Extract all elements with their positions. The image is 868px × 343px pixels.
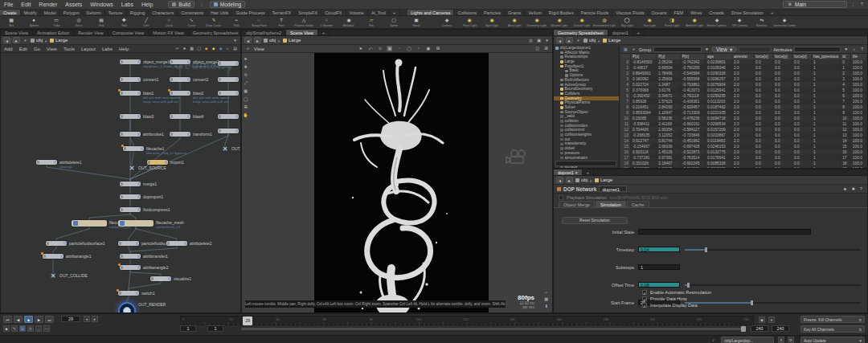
netmenu-edit[interactable]: Edit [16,47,31,51]
tool-sun-light[interactable]: ◉Sun Light [638,16,661,29]
netmenu-view[interactable]: View [43,47,60,51]
path-root[interactable]: obj [575,178,588,182]
template-flag[interactable] [219,78,221,81]
forward-arrow-button[interactable]: ► [254,37,261,43]
main-radialmenu-selector[interactable]: ≣ Main [783,1,847,8]
display-flag[interactable] [187,60,190,63]
shelf-tab-terrainfx[interactable]: TerrainFX [268,10,295,15]
tool-tube[interactable]: ▭Tube [45,16,68,29]
menu-assets[interactable]: Assets [61,0,86,10]
folder-tab-simulation[interactable]: Simulation [596,201,626,207]
node-name-field[interactable]: dopnet1 [599,186,627,192]
viewport-tool-icon-1[interactable]: ⤺ [367,46,373,51]
node-bound1[interactable] [218,77,239,82]
template-flag[interactable] [219,92,221,95]
display-flag[interactable] [187,115,190,118]
template-flag[interactable] [219,115,221,118]
display-flag[interactable] [137,208,140,211]
param-value-field[interactable]: 0.04 [638,247,680,252]
pane-tab-dopnet1[interactable]: dopnet1 [608,30,633,35]
param-checkbox[interactable]: ✓ [642,290,647,295]
template-flag[interactable] [151,277,154,280]
menu-help[interactable]: Help [137,0,157,10]
key-all-channels-button[interactable]: Key All Channels≡ [800,325,865,333]
tool-vr-camera[interactable]: ◆VR Camera [728,16,751,29]
path-root[interactable]: obj [31,38,43,43]
tool-point-light[interactable]: ◉Point Light [458,16,481,29]
pane-tab-motion-fx-view[interactable]: Motion FX View [149,30,188,35]
param-value-field[interactable] [638,229,811,235]
template-flag[interactable] [37,161,39,164]
tool-geometry-light[interactable]: ◉Geometry Light [526,16,548,29]
pane-tab-obj-small-sphere2[interactable]: obj/Small/sphere2 [242,30,286,35]
shelf-tab-add2[interactable]: + [768,10,777,15]
shelf-tab-grains[interactable]: Grains [505,10,525,15]
forward-arrow-button[interactable]: ► [566,37,573,43]
search-icon[interactable]: ⌕ [225,46,231,51]
viewport-corner-icon-1[interactable]: ▦ [543,296,549,302]
path-node[interactable]: Large [595,178,612,182]
template-flag[interactable] [121,78,123,81]
display-flag[interactable] [63,242,66,245]
viewport-tool-icon-8[interactable]: ⊞ [435,46,440,51]
template-flag[interactable] [119,292,121,295]
menu-render[interactable]: Render [35,0,61,10]
param-slider[interactable] [685,284,861,286]
netmenu-go[interactable]: Go [31,47,43,51]
node-filecache1[interactable] [123,146,144,151]
frame-step-up-button[interactable]: ▸ [92,316,98,322]
tool-connected-camera[interactable]: ◆Connected Camera [773,16,796,29]
node-dopimport1[interactable] [120,194,141,199]
point-attribute-table[interactable]: P[x]P[y]P[z]ageairresistforce[x]force[y]… [620,54,867,168]
frame-icon[interactable]: ▢ [196,46,202,51]
viewport-side-icon-4[interactable]: ▦ [243,88,248,94]
timeline-ruler[interactable]: 120406080100120140160180200220240 29 [180,316,754,325]
template-flag[interactable] [43,255,46,258]
shelf-tab-drive-simulation[interactable]: Drive Simulation [728,10,768,15]
shelf-tab-modify[interactable]: Modify [21,10,41,15]
display-flag[interactable] [137,195,140,198]
view-options-icon[interactable]: ▾ [544,38,550,43]
shelf-tab-crowds[interactable]: Crowds [706,10,728,15]
netmenu-labs[interactable]: Labs [99,47,116,51]
template-flag[interactable] [148,161,150,164]
tool-environment-light[interactable]: ◍Environment Light [593,16,616,29]
shelf-tab-ai_tool[interactable]: Ai_Tool [368,10,390,15]
view-tool-label[interactable]: View [254,47,264,51]
param-value-field[interactable]: 0.08 [638,282,680,288]
path-root[interactable]: obj [583,38,596,43]
tool-area-light[interactable]: ◉Area Light [503,16,526,29]
display-flag[interactable] [137,182,140,186]
shelf-tab-cloudfx[interactable]: CloudFX [321,10,346,15]
playbar-option-icon-5[interactable]: ⋯ [43,325,50,332]
viewport-tool-icon-6[interactable]: ▫ [416,46,421,51]
funnel-icon[interactable]: ▼ [704,47,710,52]
select-icon[interactable]: ➤ [182,46,187,51]
shelf-tab-rigging[interactable]: Rigging [127,10,149,15]
display-flag[interactable] [136,242,138,245]
help-circle-icon[interactable]: ? [859,2,865,7]
node-blast1[interactable] [120,91,141,96]
pane-tab-add[interactable]: + [583,169,594,175]
playbar-option-icon-3[interactable]: ⎘ [27,325,34,332]
audio-scrub-icon[interactable]: ◉ [759,316,765,323]
display-flag[interactable] [184,242,186,245]
viewport-side-icon-3[interactable]: ⤢ [243,80,248,86]
shelfset-selector[interactable]: Modeling [210,1,245,8]
netmenu-layout[interactable]: Layout [78,47,99,51]
node-convert1[interactable] [120,77,141,82]
tool-switcher[interactable]: ⇆Switcher [751,16,773,29]
shelf-tab-characters[interactable]: Characters [149,10,178,15]
pane-tab-composite-view[interactable]: Composite View [108,30,149,35]
menu-edit[interactable]: Edit [17,0,35,10]
funnel-icon[interactable]: ▼ [843,47,849,52]
template-flag[interactable] [121,60,123,63]
group-input[interactable] [653,47,702,52]
node-attribdelete2[interactable] [166,241,187,246]
tool-platonic-solids[interactable]: ◬Platonic Solids [293,16,315,29]
pane-tab-add[interactable]: + [633,30,645,35]
node-particlefluidsurface1[interactable] [46,241,67,246]
tool-portal-light[interactable]: ◨Portal Light [661,16,683,29]
node-blast4[interactable] [170,114,190,119]
node-attribwrangle2[interactable] [120,265,141,270]
